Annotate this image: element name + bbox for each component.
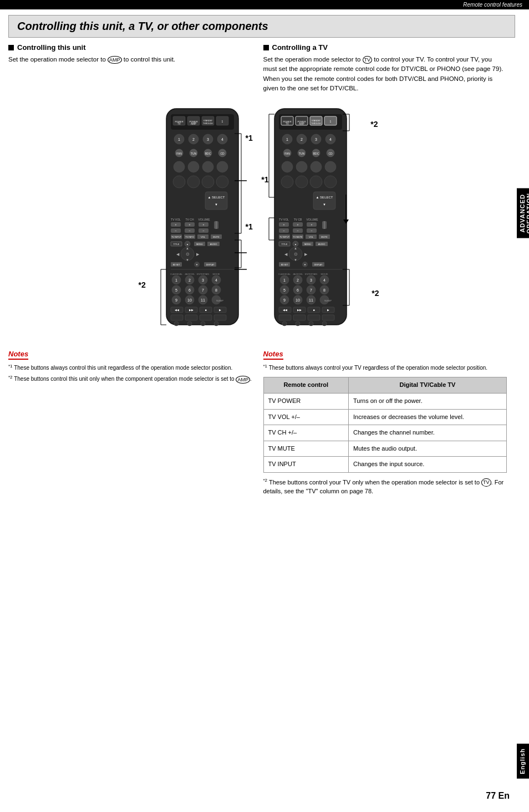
table-cell-description: Mutes the audio output.: [348, 441, 506, 457]
svg-text:▲: ▲: [294, 243, 297, 246]
right-body: Set the operation mode selector to TV to…: [263, 55, 507, 93]
svg-text:+: +: [202, 223, 204, 226]
svg-text:AUDIO: AUDIO: [210, 243, 217, 246]
svg-text:▲: ▲: [186, 243, 189, 246]
svg-text:3: 3: [315, 137, 317, 141]
right-notes-heading: Notes: [263, 350, 283, 360]
left-heading: Controlling this unit: [8, 43, 252, 52]
svg-text:◀◀: ◀◀: [175, 308, 179, 311]
left-body: Set the operation mode selector to AMP t…: [8, 55, 252, 64]
notes-area: Notes *1 These buttons always control th…: [8, 341, 507, 498]
svg-text:+: +: [311, 223, 312, 226]
svg-text:TUN: TUN: [298, 152, 304, 155]
table-row: TV VOL +/– Increases or decreases the vo…: [263, 409, 507, 425]
svg-text:TV: TV: [177, 122, 181, 125]
svg-text:SLEEP: SLEEP: [216, 299, 223, 302]
svg-point-170: [324, 176, 337, 188]
svg-text:BDC: BDC: [205, 152, 211, 155]
remotes-area: POWER TV POWER AMP STANDBY THROUGH 1 1 2: [8, 103, 507, 336]
remote-control-table: Remote control Digital TV/Cable TV TV PO…: [263, 377, 507, 473]
svg-text:TV: TV: [286, 122, 289, 125]
svg-point-163: [282, 161, 293, 172]
svg-point-29: [174, 161, 185, 172]
svg-text:TUN: TUN: [190, 152, 196, 155]
right-heading: Controlling a TV: [263, 43, 507, 52]
svg-text:1: 1: [286, 137, 288, 141]
svg-text:8: 8: [323, 288, 325, 292]
left-notes-col: Notes *1 These buttons always control th…: [8, 341, 252, 498]
svg-text:TV VOL: TV VOL: [279, 218, 289, 221]
svg-text:MUTE: MUTE: [213, 236, 220, 238]
table-cell-description: Changes the channel number.: [348, 425, 506, 441]
svg-text:1: 1: [175, 278, 177, 282]
table-cell-remote-control: TV POWER: [263, 393, 348, 409]
svg-text:⊛ YAMAHA: ⊛ YAMAHA: [297, 326, 322, 331]
svg-text:VOL: VOL: [308, 236, 313, 238]
svg-text:⊛ YAMAHA: ⊛ YAMAHA: [189, 326, 213, 331]
svg-rect-122: [171, 315, 183, 320]
svg-text:TITLE: TITLE: [281, 243, 287, 246]
table-cell-remote-control: TV MUTE: [263, 441, 348, 457]
svg-text:▲ SELECT: ▲ SELECT: [316, 196, 333, 199]
svg-text:2: 2: [189, 278, 191, 282]
svg-text:▶▶: ▶▶: [297, 308, 302, 311]
right-star1a-label: *1: [246, 134, 253, 142]
right-star2-top-label: *2: [370, 120, 378, 129]
right-footnote-2: *2 These buttons control your TV only wh…: [263, 477, 507, 496]
svg-text:TV CB: TV CB: [293, 218, 302, 221]
svg-text:VOLUME: VOLUME: [198, 218, 210, 221]
svg-text:VOL: VOL: [200, 236, 205, 238]
svg-text:▼: ▼: [294, 258, 297, 262]
svg-point-169: [310, 176, 322, 188]
svg-text:AMP: AMP: [299, 122, 304, 125]
svg-text:MENU: MENU: [196, 243, 203, 246]
svg-rect-37: [205, 192, 227, 210]
tv-symbol-note: TV: [481, 478, 491, 487]
table-cell-description: Increases or decreases the volume level.: [348, 409, 506, 425]
svg-text:TV INFO: TV INFO: [185, 236, 194, 238]
svg-text:■: ■: [313, 308, 314, 311]
svg-text:▶: ▶: [327, 308, 329, 311]
svg-point-33: [173, 176, 185, 188]
amp-symbol: AMP: [108, 56, 122, 64]
svg-rect-258: [308, 315, 320, 320]
right-notes-body: *1 These buttons always control your TV …: [263, 363, 507, 496]
right-star2b-label: *2: [372, 289, 379, 298]
table-header-digital-tv: Digital TV/Cable TV: [348, 377, 506, 394]
svg-point-165: [311, 161, 322, 172]
svg-point-167: [281, 176, 293, 188]
right-heading-label: Controlling a TV: [272, 43, 328, 52]
left-notes-heading: Notes: [8, 350, 28, 360]
svg-text:FAN: FAN: [284, 152, 290, 155]
right-note-1: *1 These buttons always control your TV …: [263, 363, 507, 372]
svg-text:6: 6: [297, 288, 299, 292]
svg-text:STANDBY: STANDBY: [311, 120, 321, 122]
table-cell-remote-control: TV CH +/–: [263, 425, 348, 441]
svg-point-260: [282, 321, 287, 326]
svg-text:5: 5: [175, 288, 177, 292]
svg-text:9: 9: [175, 298, 177, 302]
svg-text:AUDIO: AUDIO: [318, 243, 325, 246]
svg-text:CD: CD: [220, 152, 225, 155]
left-remote-svg: POWER TV POWER AMP STANDBY THROUGH 1 1 2: [155, 103, 252, 336]
svg-text:BDC: BDC: [313, 152, 319, 155]
svg-text:▲: ▲: [294, 247, 297, 250]
page-title: Controlling this unit, a TV, or other co…: [17, 20, 506, 33]
svg-text:MUTE: MUTE: [321, 236, 328, 238]
svg-text:+: +: [189, 223, 190, 226]
svg-point-35: [202, 176, 214, 188]
svg-text:TV VOL: TV VOL: [171, 218, 181, 221]
svg-rect-257: [293, 315, 306, 320]
english-tab: English: [517, 744, 529, 779]
svg-text:5: 5: [283, 288, 286, 292]
svg-text:–: –: [175, 229, 176, 232]
advanced-operation-tab: ADVANCED OPERATION: [517, 188, 529, 238]
svg-text:BD SET: BD SET: [281, 264, 288, 266]
svg-rect-123: [185, 315, 197, 320]
svg-text:BD SET: BD SET: [172, 264, 180, 266]
svg-text:TV CH: TV CH: [185, 218, 194, 221]
svg-point-127: [187, 321, 192, 326]
svg-point-261: [296, 321, 300, 326]
page-number: 77 En: [486, 791, 510, 801]
svg-point-168: [296, 176, 308, 188]
